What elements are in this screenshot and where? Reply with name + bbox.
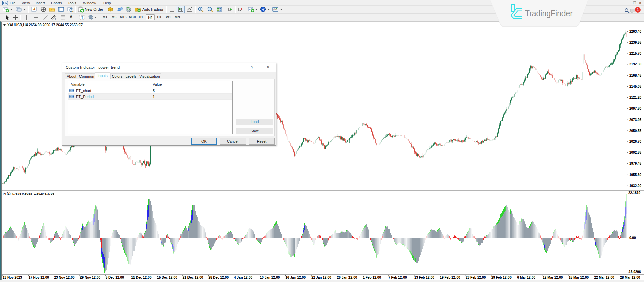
svg-text:XAUUSD,H4 2654.08 2656.17 264: XAUUSD,H4 2654.08 2656.17 2644.55 2653.9… <box>7 23 83 27</box>
svg-text:T: T <box>81 16 83 19</box>
svg-text:21 Dec 12:00: 21 Dec 12:00 <box>183 276 203 279</box>
svg-text:€: € <box>55 18 56 20</box>
svg-text:12 Mar 12:00: 12 Mar 12:00 <box>543 276 563 279</box>
svg-text:2239.55: 2239.55 <box>629 41 642 44</box>
svg-text:26 Jan 12:00: 26 Jan 12:00 <box>337 276 357 279</box>
svg-text:2050.55: 2050.55 <box>629 129 642 133</box>
svg-text:23 Nov 12:00: 23 Nov 12:00 <box>54 276 75 279</box>
svg-text:1955.60: 1955.60 <box>629 173 642 177</box>
svg-text:2168.45: 2168.45 <box>629 74 642 77</box>
svg-text:15 Dec 12:00: 15 Dec 12:00 <box>157 276 177 279</box>
svg-text:28 Dec 12:00: 28 Dec 12:00 <box>208 276 229 279</box>
svg-text:2263.40: 2263.40 <box>629 30 642 33</box>
svg-text:2192.30: 2192.30 <box>629 62 642 66</box>
svg-text:2215.70: 2215.70 <box>629 52 642 55</box>
svg-text:1932.20: 1932.20 <box>629 184 642 188</box>
svg-text:22.1819: 22.1819 <box>628 191 641 195</box>
svg-text:4 Jan 12:00: 4 Jan 12:00 <box>234 276 252 279</box>
svg-text:13 Feb 12:00: 13 Feb 12:00 <box>414 276 434 279</box>
svg-text:2002.85: 2002.85 <box>629 151 642 154</box>
svg-text:7 Feb 12:00: 7 Feb 12:00 <box>388 276 407 279</box>
svg-text:22 Mar 12:00: 22 Mar 12:00 <box>594 276 614 279</box>
svg-text:6 Mar 12:00: 6 Mar 12:00 <box>517 276 536 279</box>
svg-text:18 Mar 12:00: 18 Mar 12:00 <box>569 276 589 279</box>
svg-text:11 Dec 12:00: 11 Dec 12:00 <box>131 276 151 279</box>
svg-text:23 Feb 12:00: 23 Feb 12:00 <box>466 276 486 279</box>
svg-text:2097.80: 2097.80 <box>629 107 642 110</box>
svg-text:29 Feb 12:00: 29 Feb 12:00 <box>491 276 512 279</box>
svg-text:1979.45: 1979.45 <box>629 162 642 166</box>
svg-text:22 Jan 12:00: 22 Jan 12:00 <box>311 276 331 279</box>
svg-text:29 Nov 12:00: 29 Nov 12:00 <box>80 276 101 279</box>
svg-text:16 Jan 12:00: 16 Jan 12:00 <box>286 276 306 279</box>
svg-text:-16.9296: -16.9296 <box>628 270 641 274</box>
svg-text:10 Jan 12:00: 10 Jan 12:00 <box>260 276 280 279</box>
svg-text:19 Feb 12:00: 19 Feb 12:00 <box>440 276 460 279</box>
svg-text:5 Dec 12:00: 5 Dec 12:00 <box>106 276 124 279</box>
svg-text:17 Nov 12:00: 17 Nov 12:00 <box>29 276 49 279</box>
svg-text:1 Feb 12:00: 1 Feb 12:00 <box>363 276 381 279</box>
svg-text:2026.70: 2026.70 <box>629 140 642 143</box>
svg-text:TradingFinder: TradingFinder <box>525 8 573 18</box>
svg-text:2145.05: 2145.05 <box>629 85 642 88</box>
svg-text:PT(1) 4.7875 0.8018 -1.5920 6.: PT(1) 4.7875 0.8018 -1.5920 6.3795 <box>3 192 54 195</box>
svg-text:28 Mar 12:00: 28 Mar 12:00 <box>620 276 640 279</box>
svg-text:123: 123 <box>70 89 74 92</box>
svg-text:123: 123 <box>70 95 74 98</box>
svg-text:2121.20: 2121.20 <box>629 96 642 99</box>
svg-text:13 Nov 2023: 13 Nov 2023 <box>3 276 22 279</box>
svg-text:2073.95: 2073.95 <box>629 118 642 122</box>
svg-text:0.00: 0.00 <box>629 236 636 240</box>
